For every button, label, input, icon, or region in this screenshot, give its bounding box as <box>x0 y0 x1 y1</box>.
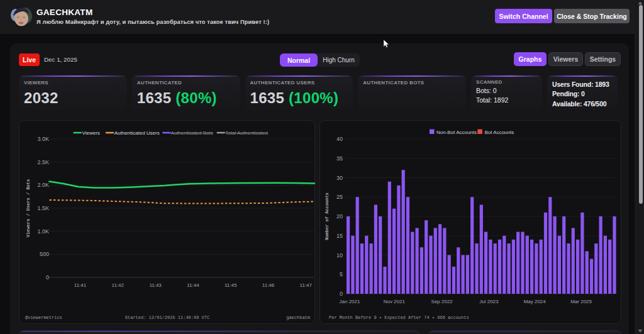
svg-text:20: 20 <box>336 213 343 220</box>
svg-text:25: 25 <box>336 194 343 200</box>
svg-text:11:43: 11:43 <box>149 282 162 288</box>
svg-text:Authenticated Users: Authenticated Users <box>114 130 160 136</box>
svg-text:11:45: 11:45 <box>225 282 237 288</box>
svg-text:11:42: 11:42 <box>112 282 125 288</box>
svg-text:May 2024: May 2024 <box>524 299 547 304</box>
svg-text:Jul 2023: Jul 2023 <box>479 299 499 304</box>
svg-text:2.5K: 2.5K <box>37 159 49 165</box>
svg-text:0: 0 <box>340 291 343 297</box>
svg-text:Authenticated Bots: Authenticated Bots <box>171 130 213 136</box>
svg-text:40: 40 <box>336 136 343 142</box>
svg-text:Bot Accounts: Bot Accounts <box>485 130 514 135</box>
svg-text:35: 35 <box>336 155 343 162</box>
svg-text:11:46: 11:46 <box>262 282 275 288</box>
svg-text:Started: 12/01/2025 11:40:09 U: Started: 12/01/2025 11:40:09 UTC <box>125 315 209 320</box>
svg-text:11:41: 11:41 <box>74 282 87 288</box>
svg-text:Per Month Before 9 • Expected: Per Month Before 9 • Expected After 74 •… <box>329 315 469 320</box>
svg-text:11:44: 11:44 <box>187 282 199 288</box>
svg-text:10: 10 <box>336 252 343 259</box>
svg-text:gaechkatm: gaechkatm <box>286 315 310 320</box>
svg-text:Mar 2025: Mar 2025 <box>570 299 592 304</box>
svg-text:Non-Bot Accounts: Non-Bot Accounts <box>436 130 477 135</box>
svg-text:30: 30 <box>336 175 343 181</box>
svg-text:Viewers: Viewers <box>82 130 100 136</box>
svg-text:500: 500 <box>40 251 49 257</box>
svg-text:3.0K: 3.0K <box>37 136 49 142</box>
svg-text:Nov 2021: Nov 2021 <box>384 299 406 304</box>
svg-text:Jan 2021: Jan 2021 <box>340 299 360 304</box>
svg-text:Viewers / Users / Bots: Viewers / Users / Bots <box>26 179 31 237</box>
svg-text:1.0K: 1.0K <box>37 228 49 235</box>
svg-text:15: 15 <box>336 233 343 239</box>
svg-text:1.5K: 1.5K <box>37 205 49 211</box>
svg-text:Total Authenticated: Total Authenticated <box>225 130 268 136</box>
svg-text:0: 0 <box>46 274 49 281</box>
svg-text:Sep 2022: Sep 2022 <box>431 299 453 304</box>
svg-text:Number of Accounts: Number of Accounts <box>325 192 330 240</box>
svg-text:@viewermetrics: @viewermetrics <box>25 315 62 320</box>
svg-text:11:47: 11:47 <box>300 282 313 288</box>
svg-text:2.0K: 2.0K <box>37 182 49 188</box>
svg-text:5: 5 <box>340 271 343 277</box>
